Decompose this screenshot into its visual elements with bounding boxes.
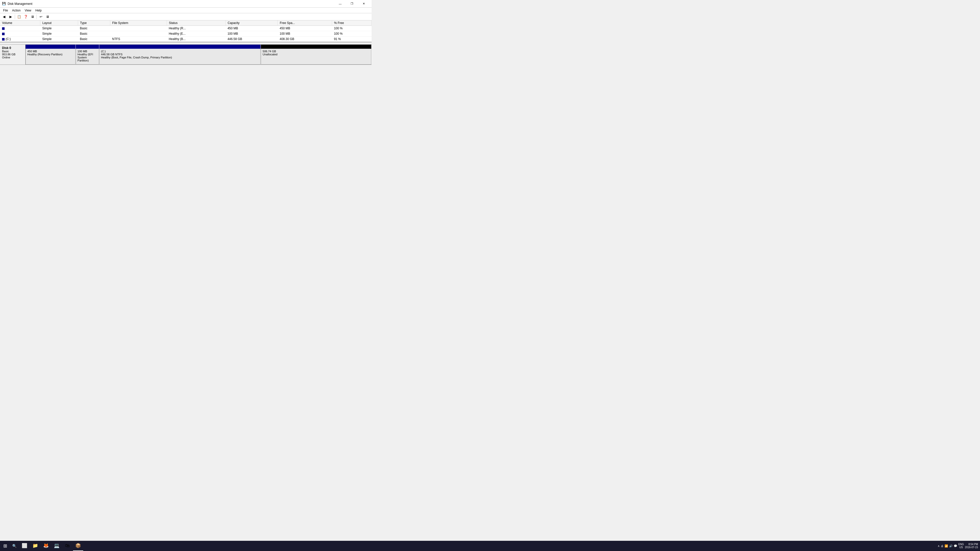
cell-status-2: Healthy (B... xyxy=(167,37,225,42)
cell-percent_free-1: 100 % xyxy=(332,31,371,37)
segment-recovery-header xyxy=(25,44,76,49)
toolbar-properties[interactable]: 📋 xyxy=(16,14,22,20)
segment-c-body: (C:) 446.58 GB NTFS Healthy (Boot, Page … xyxy=(99,49,261,65)
segment-efi-desc: Healthy (EFI System Partition) xyxy=(78,53,97,62)
disk-row: Disk 0 Basic 953.86 GB Online 450 MB Hea… xyxy=(0,44,372,65)
disk-type: Basic xyxy=(2,50,23,53)
minimize-button[interactable]: — xyxy=(334,0,346,8)
cell-capacity-2: 446.58 GB xyxy=(225,37,277,42)
toolbar-undo[interactable]: ↩ xyxy=(38,14,44,20)
cell-filesystem-1 xyxy=(110,31,167,37)
segment-recovery-body: 450 MB Healthy (Recovery Partition) xyxy=(25,49,76,65)
segment-c-desc: Healthy (Boot, Page File, Crash Dump, Pr… xyxy=(101,56,259,59)
main-content: Volume Layout Type File System Status Ca… xyxy=(0,21,372,203)
cell-free_space-0: 450 MB xyxy=(278,26,332,31)
col-freespace: Free Spa... xyxy=(278,21,332,26)
disk-name: Disk 0 xyxy=(2,46,23,50)
cell-status-0: Healthy (R... xyxy=(167,26,225,31)
close-button[interactable]: ✕ xyxy=(358,0,369,8)
cell-filesystem-2: NTFS xyxy=(110,37,167,42)
segment-c-header xyxy=(99,44,261,49)
table-row[interactable]: SimpleBasicHealthy (R...450 MB450 MB100 … xyxy=(0,26,372,31)
disk-size: 953.86 GB xyxy=(2,53,23,56)
cell-filesystem-0 xyxy=(110,26,167,31)
restore-button[interactable]: ❐ xyxy=(346,0,358,8)
cell-status-1: Healthy (E... xyxy=(167,31,225,37)
segment-unallocated[interactable]: 506.74 GB Unallocated xyxy=(261,44,372,65)
cell-type-0: Basic xyxy=(78,26,110,31)
cell-percent_free-0: 100 % xyxy=(332,26,371,31)
volume-table-body: SimpleBasicHealthy (R...450 MB450 MB100 … xyxy=(0,26,372,42)
cell-type-2: Basic xyxy=(78,37,110,42)
menu-view[interactable]: View xyxy=(23,8,33,13)
toolbar-rescan[interactable]: 🖥 xyxy=(29,14,35,20)
disk-status: Online xyxy=(2,56,23,59)
segment-c-label: (C:) xyxy=(101,50,259,53)
col-filesystem: File System xyxy=(110,21,167,26)
toolbar-refresh[interactable]: 🖥 xyxy=(45,14,51,20)
table-header-row: Volume Layout Type File System Status Ca… xyxy=(0,21,372,26)
segment-unalloc-size: 506.74 GB xyxy=(262,50,369,53)
cell-layout-2: Simple xyxy=(40,37,78,42)
app-icon: 💾 xyxy=(2,2,6,6)
menu-action[interactable]: Action xyxy=(10,8,22,13)
segment-efi-size: 100 MB xyxy=(78,50,97,53)
disk-segments: 450 MB Healthy (Recovery Partition) 100 … xyxy=(25,44,372,65)
title-controls: — ❐ ✕ xyxy=(334,0,369,8)
cell-volume-1 xyxy=(0,31,40,37)
toolbar-sep2 xyxy=(37,14,37,19)
segment-unalloc-body: 506.74 GB Unallocated xyxy=(261,49,371,65)
cell-capacity-1: 100 MB xyxy=(225,31,277,37)
volume-table: Volume Layout Type File System Status Ca… xyxy=(0,21,372,42)
disk-panel: Disk 0 Basic 953.86 GB Online 450 MB Hea… xyxy=(0,42,372,203)
toolbar: ◀ ▶ 📋 ❓ 🖥 ↩ 🖥 xyxy=(0,13,372,21)
segment-recovery-desc: Healthy (Recovery Partition) xyxy=(27,53,74,56)
col-percentfree: % Free xyxy=(332,21,371,26)
disk-label: Disk 0 Basic 953.86 GB Online xyxy=(0,44,25,65)
cell-layout-1: Simple xyxy=(40,31,78,37)
toolbar-help[interactable]: ❓ xyxy=(23,14,29,20)
cell-volume-2: (C:) xyxy=(0,37,40,42)
segment-efi[interactable]: 100 MB Healthy (EFI System Partition) xyxy=(76,44,99,65)
col-volume: Volume xyxy=(0,21,40,26)
menu-help[interactable]: Help xyxy=(33,8,44,13)
col-capacity: Capacity xyxy=(225,21,277,26)
window-title: Disk Management xyxy=(8,2,32,6)
table-row[interactable]: SimpleBasicHealthy (E...100 MB100 MB100 … xyxy=(0,31,372,37)
menu-file[interactable]: File xyxy=(1,8,10,13)
toolbar-sep1 xyxy=(15,14,15,19)
menu-bar: File Action View Help xyxy=(0,8,372,13)
toolbar-forward[interactable]: ▶ xyxy=(8,14,14,20)
title-bar-left: 💾 Disk Management xyxy=(2,2,32,6)
segment-unalloc-desc: Unallocated xyxy=(262,53,369,56)
segment-efi-header xyxy=(76,44,99,49)
segment-efi-body: 100 MB Healthy (EFI System Partition) xyxy=(76,49,99,65)
cell-capacity-0: 450 MB xyxy=(225,26,277,31)
cell-percent_free-2: 91 % xyxy=(332,37,371,42)
cell-layout-0: Simple xyxy=(40,26,78,31)
col-status: Status xyxy=(167,21,225,26)
title-bar: 💾 Disk Management — ❐ ✕ xyxy=(0,0,372,8)
segment-c-size: 446.58 GB NTFS xyxy=(101,53,259,56)
col-layout: Layout xyxy=(40,21,78,26)
cell-free_space-2: 408.30 GB xyxy=(278,37,332,42)
cell-free_space-1: 100 MB xyxy=(278,31,332,37)
segment-unalloc-header xyxy=(261,44,371,49)
toolbar-back[interactable]: ◀ xyxy=(1,14,7,20)
cell-volume-0 xyxy=(0,26,40,31)
cell-type-1: Basic xyxy=(78,31,110,37)
col-type: Type xyxy=(78,21,110,26)
volume-panel: Volume Layout Type File System Status Ca… xyxy=(0,21,372,42)
segment-recovery[interactable]: 450 MB Healthy (Recovery Partition) xyxy=(25,44,76,65)
table-row[interactable]: (C:)SimpleBasicNTFSHealthy (B...446.58 G… xyxy=(0,37,372,42)
segment-recovery-size: 450 MB xyxy=(27,50,74,53)
segment-c-drive[interactable]: (C:) 446.58 GB NTFS Healthy (Boot, Page … xyxy=(99,44,261,65)
